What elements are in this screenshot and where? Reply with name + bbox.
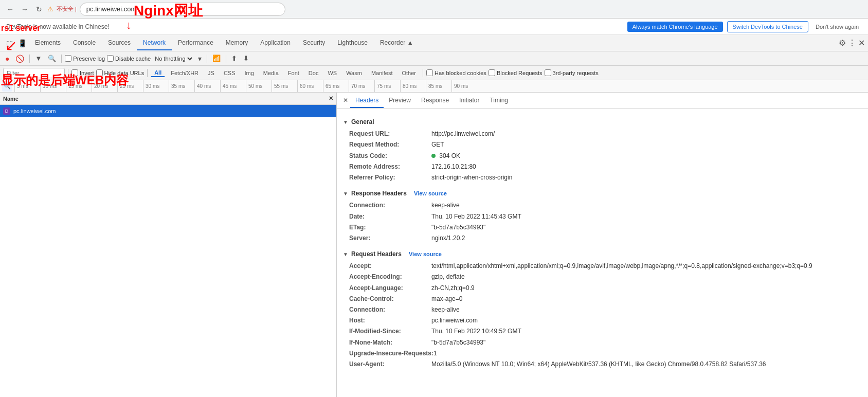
request-header-key: Accept-Encoding:	[349, 272, 431, 282]
annotation-arrow-down: ↓	[126, 19, 132, 32]
filter-button[interactable]: ▼	[33, 53, 44, 63]
tab-headers[interactable]: Headers	[350, 94, 384, 108]
third-party-checkbox[interactable]: 3rd-party requests	[545, 69, 599, 76]
switch-devtools-button[interactable]: Switch DevTools to Chinese	[727, 21, 808, 32]
more-tools-icon[interactable]: ⋮	[848, 38, 856, 48]
annotation-nginx: Nginx网址	[134, 1, 203, 21]
request-header-key: Upgrade-Insecure-Requests:	[349, 349, 433, 358]
throttle-select[interactable]: No throttling	[153, 55, 194, 62]
dont-show-again-button[interactable]: Don't show again	[812, 22, 862, 32]
response-view-source-link[interactable]: View source	[414, 189, 447, 199]
import-icon[interactable]: ⬆	[229, 53, 239, 63]
tab-console[interactable]: Console	[67, 36, 102, 50]
tab-elements[interactable]: Elements	[29, 36, 67, 50]
wifi-icon[interactable]: 📶	[210, 53, 223, 63]
request-header-val: max-age=0	[431, 294, 462, 304]
clear-button[interactable]: 🚫	[13, 53, 26, 64]
status-code-text: 304 OK	[439, 152, 460, 159]
tab-performance[interactable]: Performance	[172, 36, 220, 50]
headers-panel: ✕ Headers Preview Response Initiator Tim…	[337, 93, 868, 397]
request-list-header: Name ✕	[0, 93, 336, 105]
filter-tag-other[interactable]: Other	[398, 69, 420, 77]
remote-address-row: Remote Address: 172.16.10.21:80	[349, 162, 862, 172]
filter-tag-wasm[interactable]: Wasm	[342, 69, 366, 77]
tab-initiator[interactable]: Initiator	[454, 94, 484, 108]
response-header-val: nginx/1.20.2	[431, 233, 465, 243]
timeline-tick: 55 ms	[272, 80, 297, 92]
request-list-body: D pc.linweiwei.com	[0, 105, 336, 397]
device-icon[interactable]: 📱	[16, 39, 29, 47]
request-header-row: Upgrade-Insecure-Requests:1	[349, 349, 862, 358]
blocked-requests-checkbox[interactable]: Blocked Requests	[489, 69, 542, 76]
disable-cache-checkbox[interactable]: Disable cache	[107, 55, 151, 62]
filter-tag-all[interactable]: All	[151, 68, 165, 77]
tab-recorder[interactable]: Recorder ▲	[374, 36, 420, 50]
request-headers-section[interactable]: ▼ Request Headers View source	[343, 249, 862, 259]
forward-button[interactable]: →	[19, 3, 31, 15]
export-icon[interactable]: ⬇	[241, 53, 251, 63]
blocked-requests-input[interactable]	[489, 69, 495, 76]
tab-timing[interactable]: Timing	[484, 94, 513, 108]
response-header-key: Server:	[349, 233, 431, 243]
request-header-row: If-None-Match:"b-5d7a7b5c34993"	[349, 338, 862, 348]
throttle-down-icon[interactable]: ▾	[196, 53, 204, 64]
request-header-val: pc.linweiwei.com	[431, 316, 478, 326]
disable-cache-input[interactable]	[107, 55, 114, 62]
request-header-val: text/html,application/xhtml+xml,applicat…	[431, 261, 812, 271]
record-button[interactable]: ●	[3, 53, 11, 64]
has-blocked-cookies-checkbox[interactable]: Has blocked cookies	[426, 69, 486, 76]
request-item[interactable]: D pc.linweiwei.com	[0, 105, 336, 117]
headers-content: ▼ General Request URL: http://pc.linweiw…	[337, 109, 868, 397]
reload-button[interactable]: ↻	[33, 3, 45, 15]
request-url-key: Request URL:	[349, 129, 431, 139]
tab-preview[interactable]: Preview	[384, 94, 416, 108]
general-section-header[interactable]: ▼ General	[343, 117, 862, 127]
third-party-input[interactable]	[545, 69, 551, 76]
filter-tag-img[interactable]: Img	[241, 69, 258, 77]
tab-network[interactable]: Network	[137, 36, 172, 50]
tab-security[interactable]: Security	[297, 36, 331, 50]
response-header-val: "b-5d7a7b5c34993"	[431, 223, 485, 232]
filter-tag-ws[interactable]: WS	[324, 69, 340, 77]
request-header-val: gzip, deflate	[431, 272, 465, 282]
filter-tag-manifest[interactable]: Manifest	[368, 69, 396, 77]
tab-response[interactable]: Response	[416, 94, 454, 108]
tab-sources[interactable]: Sources	[102, 36, 137, 50]
tab-lighthouse[interactable]: Lighthouse	[331, 36, 374, 50]
status-code-row: Status Code: 304 OK	[349, 151, 862, 161]
has-blocked-input[interactable]	[426, 69, 433, 76]
request-header-val: keep-alive	[431, 305, 460, 315]
search-button[interactable]: 🔍	[46, 53, 58, 63]
response-header-val: keep-alive	[431, 201, 460, 210]
filter-tag-doc[interactable]: Doc	[305, 69, 322, 77]
preserve-log-checkbox[interactable]: Preserve log	[65, 55, 105, 62]
settings-icon[interactable]: ⚙	[839, 38, 846, 48]
timeline-tick: 65 ms	[323, 80, 349, 92]
timeline-tick: 60 ms	[297, 80, 323, 92]
response-header-key: Date:	[349, 212, 431, 222]
filter-tag-media[interactable]: Media	[260, 69, 282, 77]
request-header-key: Connection:	[349, 305, 431, 315]
devtools-main: Name ✕ D pc.linweiwei.com ✕ Headers Prev…	[0, 93, 868, 397]
match-language-button[interactable]: Always match Chrome's language	[627, 22, 723, 32]
request-list-panel: Name ✕ D pc.linweiwei.com	[0, 93, 337, 397]
tab-application[interactable]: Application	[254, 36, 297, 50]
close-devtools-icon[interactable]: ✕	[858, 38, 865, 48]
back-button[interactable]: ←	[4, 3, 16, 15]
timeline-ruler: 🔍 5 ms10 ms15 ms20 ms25 ms30 ms35 ms40 m…	[0, 80, 868, 93]
filter-tag-fetchxhr[interactable]: Fetch/XHR	[167, 69, 202, 77]
request-header-row: Accept-Encoding:gzip, deflate	[349, 272, 862, 282]
headers-tab-close[interactable]: ✕	[341, 94, 350, 108]
response-header-row: Date:Thu, 10 Feb 2022 11:45:43 GMT	[349, 212, 862, 222]
general-arrow-icon: ▼	[343, 118, 348, 127]
request-view-source-link[interactable]: View source	[409, 250, 442, 259]
filter-tag-font[interactable]: Font	[284, 69, 303, 77]
close-panel-icon[interactable]: ✕	[329, 95, 333, 102]
tab-memory[interactable]: Memory	[220, 36, 254, 50]
preserve-log-input[interactable]	[65, 55, 71, 62]
response-headers-section[interactable]: ▼ Response Headers View source	[343, 189, 862, 199]
request-header-key: Host:	[349, 316, 431, 326]
filter-tag-css[interactable]: CSS	[220, 69, 239, 77]
filter-tag-js[interactable]: JS	[204, 69, 218, 77]
timeline-tick: 85 ms	[426, 80, 451, 92]
